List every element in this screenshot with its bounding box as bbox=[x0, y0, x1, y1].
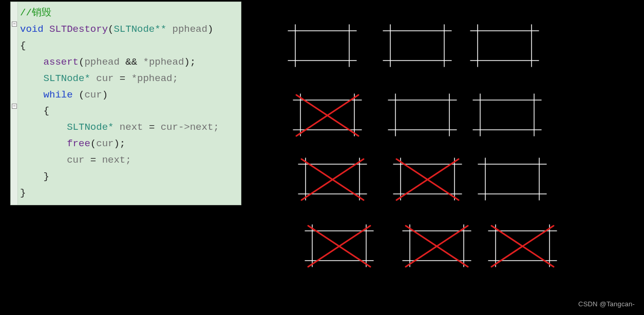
code-line: //销毁 bbox=[20, 5, 237, 22]
code-line: } bbox=[20, 169, 237, 185]
fold-icon: − bbox=[12, 22, 17, 27]
code-line: while (cur) bbox=[20, 87, 237, 104]
code-line: cur = next; bbox=[20, 152, 237, 169]
code-block: − − //销毁 void SLTDestory(SLTNode** pphea… bbox=[10, 2, 241, 205]
code-line: SLTNode* cur = *pphead; bbox=[20, 71, 237, 87]
watermark: CSDN @Tangcan- bbox=[578, 300, 635, 308]
code-line: void SLTDestory(SLTNode** pphead) bbox=[20, 22, 237, 38]
code-line: } bbox=[20, 185, 237, 202]
code-line: free(cur); bbox=[20, 136, 237, 152]
fold-icon: − bbox=[12, 104, 17, 109]
code-line: { bbox=[20, 38, 237, 54]
linked-list-diagram bbox=[247, 0, 644, 315]
code-gutter: − − bbox=[11, 2, 18, 205]
code-line: { bbox=[20, 103, 237, 120]
code-line: assert(pphead && *pphead); bbox=[20, 54, 237, 71]
code-line: SLTNode* next = cur->next; bbox=[20, 120, 237, 136]
